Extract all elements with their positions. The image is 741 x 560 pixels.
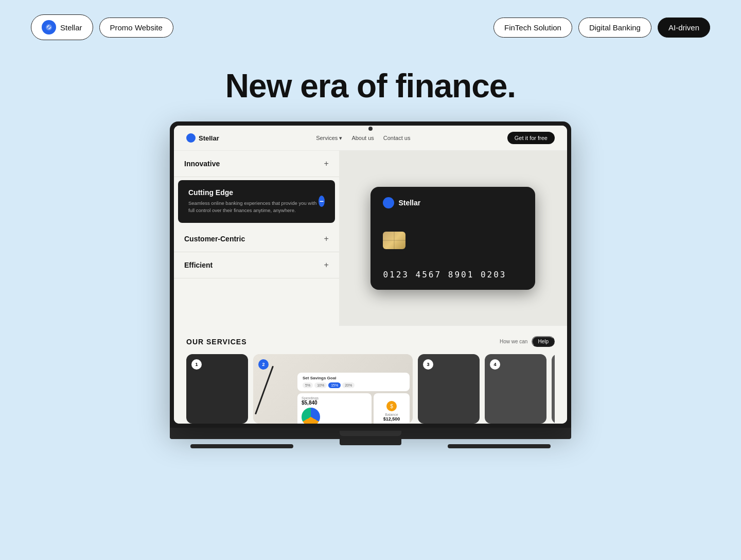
- laptop-inner-screen: Stellar Services ▾ About us Contact us G…: [174, 126, 567, 424]
- services-title: OUR SERVICES: [186, 338, 247, 346]
- savings-pill-15[interactable]: 15%: [328, 382, 341, 388]
- nav-right-group: FinTech Solution Digital Banking AI-driv…: [493, 18, 710, 38]
- accordion-panel: Innovative + Cutting Edge Seamless onlin…: [174, 151, 339, 326]
- laptop-base: [170, 428, 571, 439]
- laptop-feet: [170, 444, 571, 448]
- balance-amount: $12,500: [383, 416, 400, 422]
- fintech-tag[interactable]: FinTech Solution: [493, 18, 572, 38]
- inner-nav-links: Services ▾ About us Contact us: [316, 135, 410, 142]
- brand-button[interactable]: Stellar: [31, 14, 93, 40]
- accordion-customer-centric[interactable]: Customer-Centric +: [174, 226, 339, 252]
- inner-logo-icon: [186, 133, 196, 143]
- accordion-innovative-label: Innovative: [184, 160, 220, 168]
- service-card-2[interactable]: 2 Set Savings Goal 5%: [253, 354, 413, 424]
- card-panel: Stellar 0123 4567 8901 0203: [339, 151, 567, 326]
- service-card-3[interactable]: 3: [418, 354, 480, 424]
- savings-pills: 5% 10% 15% 20%: [303, 382, 404, 388]
- hero-section: New era of finance.: [0, 55, 741, 121]
- hero-heading: New era of finance.: [0, 67, 741, 105]
- accordion-cutting-edge-desc: Seamless online banking experiences that…: [188, 200, 319, 215]
- accordion-customer-centric-plus: +: [324, 234, 329, 243]
- how-we-can-text: How we can: [500, 339, 527, 344]
- card-chip: [383, 232, 405, 249]
- savings-pill-10[interactable]: 10%: [314, 382, 327, 388]
- brand-label: Stellar: [60, 23, 82, 32]
- stellar-logo-icon: [42, 20, 56, 34]
- laptop-screen: Stellar Services ▾ About us Contact us G…: [170, 121, 571, 428]
- promo-website-button[interactable]: Promo Website: [99, 18, 173, 38]
- accordion-customer-centric-label: Customer-Centric: [184, 235, 245, 243]
- inner-site-navbar: Stellar Services ▾ About us Contact us G…: [174, 126, 567, 151]
- credit-card: Stellar 0123 4567 8901 0203: [370, 187, 535, 290]
- accordion-cutting-edge-content: Cutting Edge Seamless online banking exp…: [188, 188, 319, 215]
- savings-goal-widget: Set Savings Goal 5% 10% 15% 20%: [297, 373, 410, 391]
- inner-nav-contact[interactable]: Contact us: [383, 135, 411, 141]
- top-navigation: Stellar Promo Website FinTech Solution D…: [0, 0, 741, 55]
- inner-nav-about[interactable]: About us: [351, 135, 374, 141]
- nav-left-group: Stellar Promo Website: [31, 14, 173, 40]
- card-number: 0123 4567 8901 0203: [383, 270, 523, 279]
- accordion-innovative[interactable]: Innovative +: [174, 151, 339, 177]
- spendings-amount: $5,840: [302, 400, 367, 406]
- digital-banking-tag[interactable]: Digital Banking: [578, 18, 651, 38]
- services-header-right: How we can Help: [500, 336, 555, 347]
- inner-nav-services[interactable]: Services ▾: [316, 135, 342, 142]
- savings-pill-5[interactable]: 5%: [303, 382, 313, 388]
- accordion-cutting-edge-label: Cutting Edge: [188, 188, 319, 197]
- service-card-4-num: 4: [490, 359, 500, 370]
- ai-driven-tag[interactable]: AI-driven: [658, 18, 710, 38]
- dashboard-bottom-row: Spendings $5,840 $ Balance $12,500: [297, 393, 410, 424]
- accordion-cutting-edge[interactable]: Cutting Edge Seamless online banking exp…: [178, 180, 335, 223]
- balance-widget: $ Balance $12,500: [374, 393, 410, 424]
- spendings-label: Spendings: [302, 396, 367, 400]
- services-section: OUR SERVICES How we can Help 1: [174, 326, 567, 424]
- service-card-5[interactable]: 5: [552, 354, 555, 424]
- dashboard-ui: Set Savings Goal 5% 10% 15% 20%: [294, 370, 413, 424]
- laptop-foot-left: [190, 444, 293, 448]
- laptop-body: Stellar Services ▾ About us Contact us G…: [170, 121, 571, 448]
- inner-brand: Stellar: [186, 133, 219, 143]
- savings-goal-title: Set Savings Goal: [303, 376, 404, 380]
- donut-chart: [302, 408, 320, 424]
- service-card-1-num: 1: [191, 359, 202, 370]
- promo-label: Promo Website: [110, 23, 163, 32]
- coin-icon: $: [386, 401, 397, 411]
- services-header: OUR SERVICES How we can Help: [186, 336, 555, 347]
- inner-content-area: Innovative + Cutting Edge Seamless onlin…: [174, 151, 567, 326]
- accordion-efficient-label: Efficient: [184, 261, 213, 269]
- accordion-cutting-edge-minus: −: [319, 196, 325, 207]
- inner-brand-name: Stellar: [199, 134, 219, 142]
- savings-pill-20[interactable]: 20%: [342, 382, 355, 388]
- laptop-foot-right: [448, 444, 551, 448]
- balance-label: Balance: [385, 413, 398, 416]
- service-card-1[interactable]: 1: [186, 354, 248, 424]
- card-logo-row: Stellar: [383, 197, 523, 208]
- accordion-efficient[interactable]: Efficient +: [174, 252, 339, 278]
- accordion-efficient-plus: +: [324, 260, 329, 270]
- service-card-4[interactable]: 4: [485, 354, 546, 424]
- laptop-notch: [340, 431, 401, 436]
- service-card-2-num: 2: [258, 359, 269, 370]
- service-cards-row: 1 2 Set Savings Goal: [186, 354, 555, 424]
- card-brand-name: Stellar: [398, 199, 420, 207]
- card-brand-icon: [383, 197, 394, 208]
- laptop-mockup: Stellar Services ▾ About us Contact us G…: [0, 121, 741, 448]
- accordion-innovative-plus: +: [324, 159, 329, 168]
- service-card-3-num: 3: [423, 359, 433, 370]
- help-button[interactable]: Help: [532, 336, 555, 347]
- spendings-widget: Spendings $5,840: [297, 393, 372, 424]
- inner-cta-button[interactable]: Get it for free: [507, 132, 555, 144]
